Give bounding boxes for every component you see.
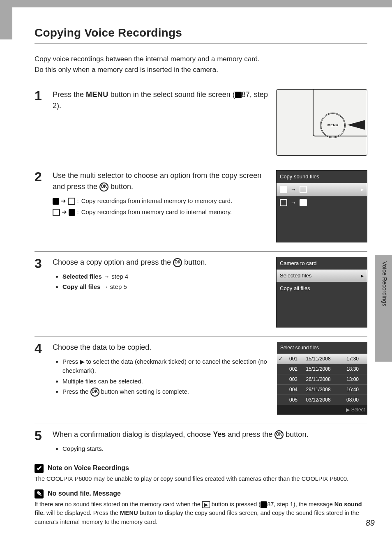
page-number: 89 xyxy=(366,518,375,528)
card-icon xyxy=(68,198,75,205)
file-row: ✓00115/11/200817:30 xyxy=(277,354,367,364)
reference-icon xyxy=(235,92,242,98)
bullet-press-right: Press ▶ to select the data (checkmark ti… xyxy=(62,357,269,375)
page-title: Copying Voice Recordings xyxy=(35,26,367,39)
step-number-1: 1 xyxy=(35,89,45,102)
bullet-multiple: Multiple files can be selected. xyxy=(62,377,269,386)
ok-button-icon: OK xyxy=(90,388,99,397)
ok-button-icon: OK xyxy=(274,430,284,439)
pencil-icon: ✎ xyxy=(35,489,44,498)
bullet-copy-all-files: Copy all files → step 5 xyxy=(62,282,268,291)
lcd-camera-to-card: Camera to card Selected files▸ Copy all … xyxy=(276,257,367,328)
note-header-1: ✔Note on Voice Recordings xyxy=(35,464,367,473)
internal-memory-icon xyxy=(53,198,59,205)
file-row: 00326/11/200813:00 xyxy=(277,374,367,385)
lcd-row-selected-files: Selected files▸ xyxy=(277,269,367,282)
arrow-left-icon xyxy=(347,120,365,130)
bullet-selected-files: Selected files → step 4 xyxy=(62,272,268,281)
menu-button-illustration: MENU xyxy=(320,113,346,138)
file-row: 00503/12/200808:00 xyxy=(277,395,367,405)
reference-icon xyxy=(261,501,267,508)
lcd-row-card-to-int: → xyxy=(277,196,367,209)
file-row: 00215/11/200818:30 xyxy=(277,364,367,374)
menu-label: MENU xyxy=(86,90,108,99)
note-text-2: If there are no sound files stored on th… xyxy=(35,500,363,527)
lcd-copy-sound-files: Copy sound files →▸ → xyxy=(276,170,367,242)
step-number-2: 2 xyxy=(35,170,45,183)
ok-button-icon: OK xyxy=(99,182,108,192)
card-icon xyxy=(53,209,60,216)
lcd-select-sound-files: Select sound files ✓00115/11/200817:3000… xyxy=(277,342,367,415)
lcd-row-int-to-card: →▸ xyxy=(277,183,367,196)
internal-memory-icon xyxy=(69,209,75,216)
side-tab-label: Voice Recordings xyxy=(381,261,388,306)
step-number-5: 5 xyxy=(35,429,45,442)
bullet-press-ok: Press the OK button when setting is comp… xyxy=(62,387,269,397)
lcd-row-copy-all: Copy all files xyxy=(277,282,367,295)
note-header-2: ✎No sound file. Message xyxy=(35,489,367,498)
step-number-4: 4 xyxy=(35,342,45,355)
bullet-copying-starts: Copying starts. xyxy=(62,444,367,453)
file-row: 00429/11/200816:40 xyxy=(277,385,367,395)
camera-illustration: MENU xyxy=(276,89,367,156)
intro: Copy voice recordings between the intern… xyxy=(35,54,367,75)
ok-button-icon: OK xyxy=(173,258,182,267)
step-number-3: 3 xyxy=(35,257,45,270)
note-text-1: The COOLPIX P6000 may be unable to play … xyxy=(35,475,363,484)
check-icon: ✔ xyxy=(35,464,44,473)
play-icon: ▶ xyxy=(202,501,210,508)
